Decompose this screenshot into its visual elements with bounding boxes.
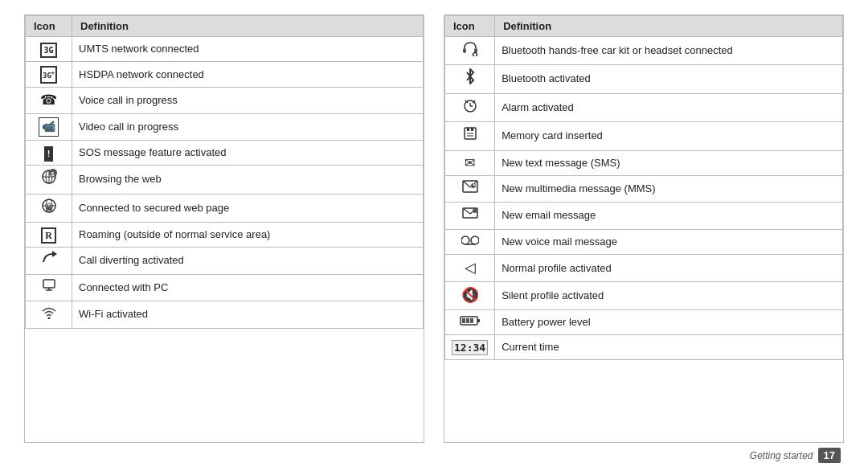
svg-rect-39	[466, 318, 469, 323]
svg-rect-40	[470, 318, 473, 323]
table-row: New voice mail message	[445, 229, 843, 254]
page-number: 17	[818, 448, 841, 463]
svg-marker-10	[52, 251, 57, 257]
right-table-wrap: Icon Definition Bluetooth hands-free car…	[444, 14, 844, 443]
definition-cell: New text message (SMS)	[495, 150, 843, 175]
svg-rect-15	[463, 48, 466, 53]
table-row: 🔇 Silent profile activated	[445, 282, 843, 309]
definition-cell: Bluetooth hands-free car kit or headset …	[495, 37, 843, 65]
definition-cell: Wi-Fi activated	[72, 301, 424, 328]
footer-text: Getting started	[750, 450, 813, 461]
table-row: Alarm activated	[445, 93, 843, 121]
icon-cell	[26, 301, 72, 328]
icon-cell: 📹	[26, 114, 72, 141]
right-table-header-icon: Icon	[445, 16, 495, 37]
icon-cell	[445, 93, 495, 121]
definition-cell: New voice mail message	[495, 229, 843, 254]
definition-cell: Normal profile activated	[495, 255, 843, 282]
icon-cell	[445, 309, 495, 334]
table-row: ! SOS message feature activated	[26, 140, 424, 165]
definition-cell: HSDPA network connected	[72, 62, 424, 88]
definition-cell: New multimedia message (MMS)	[495, 175, 843, 202]
icon-cell	[445, 122, 495, 150]
definition-cell: Browsing the web	[72, 166, 424, 194]
svg-point-33	[461, 236, 469, 244]
icon-cell: !	[26, 140, 72, 165]
table-row: Bluetooth hands-free car kit or headset …	[445, 37, 843, 65]
svg-point-14	[47, 317, 50, 320]
icon-cell: ✉	[445, 150, 495, 175]
definition-cell: Silent profile activated	[495, 282, 843, 309]
definition-cell: Connected with PC	[72, 274, 424, 301]
table-row: Bluetooth activated	[445, 65, 843, 93]
right-table: Icon Definition Bluetooth hands-free car…	[444, 15, 843, 360]
table-row: ◁ Normal profile activated	[445, 255, 843, 282]
icon-cell: R	[26, 222, 72, 247]
svg-rect-37	[477, 319, 480, 322]
table-row: Call diverting activated	[26, 248, 424, 274]
svg-rect-11	[43, 280, 55, 288]
table-row: ✉ New text message (SMS)	[445, 150, 843, 175]
icon-cell	[26, 248, 72, 274]
icon-cell: 12:34	[445, 334, 495, 359]
icon-cell: 3G	[26, 37, 72, 62]
table-row: R Roaming (outside of normal service are…	[26, 222, 424, 247]
icon-cell	[26, 194, 72, 222]
table-row: New email message	[445, 203, 843, 229]
table-row: Wi-Fi activated	[26, 301, 424, 328]
table-row: New multimedia message (MMS)	[445, 175, 843, 202]
table-row: ☎ Voice call in progress	[26, 88, 424, 114]
left-table-wrap: Icon Definition 3G UMTS network connecte…	[24, 14, 424, 443]
icon-cell: ◁	[445, 255, 495, 282]
table-row: Memory card inserted	[445, 122, 843, 150]
definition-cell: Voice call in progress	[72, 88, 424, 114]
table-row: $ Browsing the web	[26, 166, 424, 194]
left-table-header-icon: Icon	[26, 16, 72, 37]
definition-cell: Call diverting activated	[72, 248, 424, 274]
definition-cell: Roaming (outside of normal service area)	[72, 222, 424, 247]
right-table-header-def: Definition	[495, 16, 843, 37]
icon-cell	[445, 203, 495, 229]
definition-cell: UMTS network connected	[72, 37, 424, 62]
svg-rect-24	[467, 128, 469, 131]
definition-cell: Memory card inserted	[495, 122, 843, 150]
icon-cell	[445, 65, 495, 93]
definition-cell: Alarm activated	[495, 93, 843, 121]
footer: Getting started 17	[24, 443, 844, 463]
svg-rect-38	[462, 318, 465, 323]
icon-cell: 3G+	[26, 62, 72, 88]
icon-cell: ☎	[26, 88, 72, 114]
svg-rect-25	[471, 128, 473, 131]
definition-cell: Bluetooth activated	[495, 65, 843, 93]
svg-text:$: $	[51, 171, 54, 178]
tables-container: Icon Definition 3G UMTS network connecte…	[24, 14, 844, 443]
icon-cell: $	[26, 166, 72, 194]
table-row: 📹 Video call in progress	[26, 114, 424, 141]
svg-point-17	[473, 53, 477, 57]
icon-cell	[26, 274, 72, 301]
table-row: 3G+ HSDPA network connected	[26, 62, 424, 88]
icon-cell	[445, 229, 495, 254]
svg-point-32	[473, 208, 477, 213]
svg-rect-9	[47, 207, 51, 211]
table-row: Connected to secured web page	[26, 194, 424, 222]
table-row: Battery power level	[445, 309, 843, 334]
icon-cell	[445, 37, 495, 65]
definition-cell: New email message	[495, 203, 843, 229]
table-row: 3G UMTS network connected	[26, 37, 424, 62]
definition-cell: Battery power level	[495, 309, 843, 334]
left-table-header-def: Definition	[72, 16, 424, 37]
icon-cell: 🔇	[445, 282, 495, 309]
definition-cell: SOS message feature activated	[72, 140, 424, 165]
definition-cell: Current time	[495, 334, 843, 359]
icon-cell	[445, 175, 495, 202]
left-table: Icon Definition 3G UMTS network connecte…	[25, 15, 424, 329]
svg-point-34	[471, 236, 479, 244]
definition-cell: Video call in progress	[72, 114, 424, 141]
table-row: 12:34 Current time	[445, 334, 843, 359]
definition-cell: Connected to secured web page	[72, 194, 424, 222]
table-row: Connected with PC	[26, 274, 424, 301]
